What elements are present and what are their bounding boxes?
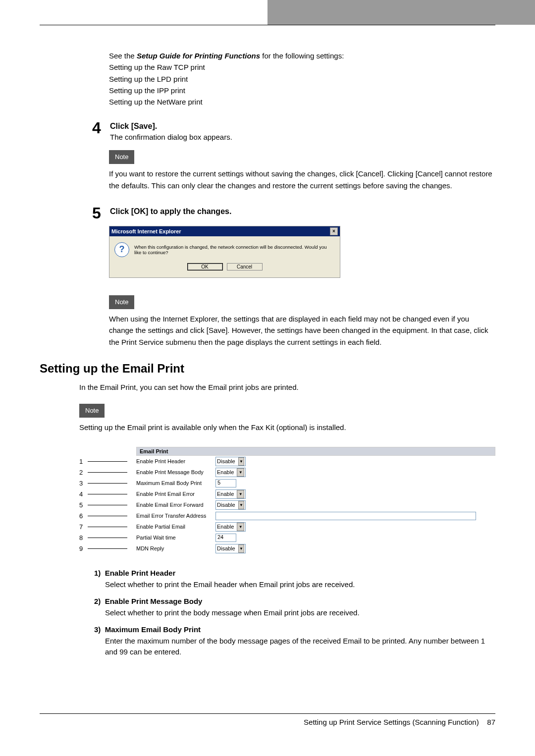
- intro-prefix: See the: [109, 52, 137, 60]
- ep-row-2: 2 Enable Print Message Body Enable ▼: [79, 467, 495, 478]
- enable-partial-email-select[interactable]: Enable ▼: [215, 522, 246, 532]
- mdn-reply-select[interactable]: Disable ▼: [215, 544, 246, 553]
- def-3-num: 3): [94, 625, 101, 634]
- ep-row-5: 5 Enable Email Error Forward Disable ▼: [79, 499, 495, 510]
- ep-label-6: Email Error Transfer Address: [136, 513, 215, 519]
- note-3-text: Setting up the Email print is available …: [79, 422, 495, 433]
- ep-row-7: 7 Enable Partial Email Enable ▼: [79, 521, 495, 532]
- note-2-label: Note: [109, 295, 134, 309]
- ep-label-2: Enable Print Message Body: [136, 469, 215, 475]
- ep-line: [88, 483, 127, 484]
- note-1-text: If you want to restore the current setti…: [109, 168, 495, 191]
- intro-block: See the Setup Guide for Printing Functio…: [109, 50, 495, 108]
- ep-num-3: 3: [79, 480, 87, 487]
- def-1-num: 1): [94, 569, 101, 577]
- ep-label-8: Partial Wait time: [136, 535, 215, 540]
- step-4: 4 Click [Save]. The confirmation dialog …: [40, 120, 495, 141]
- enable-print-header-select[interactable]: Disable ▼: [215, 457, 246, 466]
- note-1-label: Note: [109, 150, 134, 164]
- note-2: Note When using the Internet Explorer, t…: [109, 295, 495, 348]
- ep-num-4: 4: [79, 490, 87, 498]
- def-3-title: Maximum Email Body Print: [105, 625, 201, 634]
- ep-row-1: 1 Enable Print Header Disable ▼: [79, 456, 495, 467]
- ep-value-1: Disable: [217, 458, 235, 464]
- ep-num-1: 1: [79, 458, 87, 465]
- header-bar: [0, 0, 535, 25]
- def-2-num: 2): [94, 597, 101, 605]
- email-print-table: Email Print 1 Enable Print Header Disabl…: [79, 447, 495, 554]
- ep-line: [88, 472, 127, 473]
- ep-row-3: 3 Maximum Email Body Print 5: [79, 478, 495, 488]
- section-intro: In the Email Print, you can set how the …: [79, 383, 495, 391]
- partial-wait-time-input[interactable]: 24: [215, 534, 236, 542]
- note-1: Note If you want to restore the current …: [109, 150, 495, 191]
- chevron-down-icon: ▼: [237, 523, 244, 531]
- chevron-down-icon: ▼: [238, 501, 244, 509]
- question-icon: ?: [114, 242, 129, 257]
- ep-row-4: 4 Enable Print Email Error Enable ▼: [79, 488, 495, 499]
- ep-value-7: Enable: [217, 524, 234, 530]
- note-3: Note Setting up the Email print is avail…: [79, 404, 495, 433]
- ep-label-5: Enable Email Error Forward: [136, 502, 215, 508]
- footer-page: 87: [487, 718, 495, 726]
- note-3-label: Note: [79, 404, 105, 418]
- ep-row-8: 8 Partial Wait time 24: [79, 532, 495, 543]
- ep-line: [88, 537, 127, 538]
- email-error-transfer-address-input[interactable]: [215, 512, 476, 520]
- cancel-button[interactable]: Cancel: [227, 263, 263, 270]
- max-email-body-print-input[interactable]: 5: [215, 479, 236, 487]
- close-icon[interactable]: ×: [330, 227, 338, 235]
- enable-print-message-body-select[interactable]: Enable ▼: [215, 468, 246, 477]
- note-2-text: When using the Internet Explorer, the se…: [109, 313, 495, 348]
- ep-label-3: Maximum Email Body Print: [136, 480, 215, 486]
- dialog-message: When this configuration is changed, the …: [134, 244, 335, 255]
- def-3-body: Enter the maximum number of the body mes…: [105, 636, 495, 658]
- step-5-number: 5: [89, 205, 104, 221]
- ep-row-9: 9 MDN Reply Disable ▼: [79, 543, 495, 554]
- intro-line-2: Setting up the IPP print: [109, 85, 495, 96]
- chevron-down-icon: ▼: [237, 468, 244, 477]
- ep-line: [88, 515, 127, 516]
- ep-num-8: 8: [79, 534, 87, 541]
- page-content: See the Setup Guide for Printing Functio…: [0, 25, 535, 679]
- ep-line: [88, 493, 127, 494]
- header-right: [268, 0, 535, 25]
- definition-2: 2) Enable Print Message Body Select whet…: [94, 596, 495, 618]
- confirmation-dialog: Microsoft Internet Explorer × ? When thi…: [109, 226, 340, 278]
- ep-label-4: Enable Print Email Error: [136, 491, 215, 497]
- dialog-titlebar: Microsoft Internet Explorer ×: [109, 226, 340, 236]
- enable-print-email-error-select[interactable]: Enable ▼: [215, 489, 246, 499]
- chevron-down-icon: ▼: [237, 490, 244, 498]
- guide-title: Setup Guide for Printing Functions: [137, 52, 260, 60]
- ok-button[interactable]: OK: [187, 263, 223, 270]
- page-footer: Setting up Print Service Settings (Scann…: [40, 713, 495, 726]
- step-5-title: Click [OK] to apply the changes.: [110, 207, 495, 216]
- chevron-down-icon: ▼: [238, 544, 244, 553]
- ep-line: [88, 461, 127, 462]
- ep-line: [88, 504, 127, 505]
- ep-num-5: 5: [79, 501, 87, 509]
- footer-title: Setting up Print Service Settings (Scann…: [304, 718, 479, 726]
- def-1-body: Select whether to print the Email header…: [105, 579, 495, 591]
- email-print-header: Email Print: [136, 447, 495, 456]
- intro-suffix: for the following settings:: [260, 52, 344, 60]
- definition-1: 1) Enable Print Header Select whether to…: [94, 568, 495, 590]
- ep-row-6: 6 Email Error Transfer Address: [79, 510, 495, 521]
- intro-line-1: Setting up the LPD print: [109, 73, 495, 85]
- definition-3: 3) Maximum Email Body Print Enter the ma…: [94, 624, 495, 658]
- ep-value-5: Disable: [217, 502, 235, 508]
- ep-num-9: 9: [79, 545, 87, 552]
- step-4-number: 4: [89, 120, 104, 136]
- def-2-title: Enable Print Message Body: [105, 597, 203, 605]
- header-left: [0, 0, 268, 25]
- ep-value-4: Enable: [217, 491, 234, 497]
- intro-line-0: Setting up the Raw TCP print: [109, 61, 495, 73]
- def-2-body: Select whether to print the body message…: [105, 607, 495, 619]
- ep-label-7: Enable Partial Email: [136, 524, 215, 530]
- chevron-down-icon: ▼: [238, 457, 244, 466]
- ep-num-7: 7: [79, 523, 87, 531]
- enable-email-error-forward-select[interactable]: Disable ▼: [215, 500, 246, 510]
- section-heading: Setting up the Email Print: [40, 362, 495, 376]
- ep-value-2: Enable: [217, 469, 234, 475]
- ep-value-9: Disable: [217, 545, 235, 551]
